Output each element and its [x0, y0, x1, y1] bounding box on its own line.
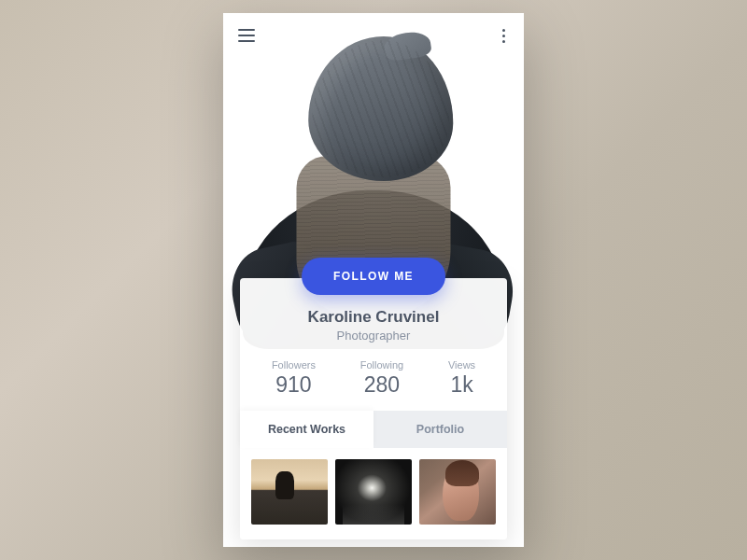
profile-role: Photographer	[240, 329, 507, 343]
profile-name: Karoline Cruvinel	[240, 308, 507, 327]
thumbnail-2[interactable]	[335, 459, 412, 525]
profile-card: Karoline Cruvinel Photographer Followers…	[240, 278, 507, 539]
stats-row: Followers 910 Following 280 Views 1k	[240, 343, 507, 411]
thumbnail-3[interactable]	[419, 459, 496, 525]
tabs-row: Recent Works Portfolio	[240, 411, 507, 448]
stat-followers[interactable]: Followers 910	[272, 359, 316, 398]
follow-button[interactable]: FOLLOW ME	[302, 258, 445, 295]
stat-value: 280	[360, 372, 403, 398]
top-bar	[223, 13, 524, 58]
thumbnail-1[interactable]	[251, 459, 328, 525]
more-options-icon[interactable]	[499, 25, 509, 47]
thumbnails-row	[240, 448, 507, 528]
tab-portfolio[interactable]: Portfolio	[374, 411, 507, 448]
stat-views[interactable]: Views 1k	[448, 359, 475, 398]
stat-label: Followers	[272, 359, 316, 371]
stat-label: Following	[360, 359, 403, 371]
stat-following[interactable]: Following 280	[360, 359, 403, 398]
phone-frame: FOLLOW ME Karoline Cruvinel Photographer…	[223, 13, 524, 547]
tab-recent-works[interactable]: Recent Works	[240, 411, 374, 448]
stat-value: 1k	[448, 372, 475, 398]
stat-value: 910	[272, 372, 316, 398]
hero-section	[223, 13, 524, 288]
stat-label: Views	[448, 359, 475, 371]
hamburger-menu-icon[interactable]	[238, 29, 255, 42]
